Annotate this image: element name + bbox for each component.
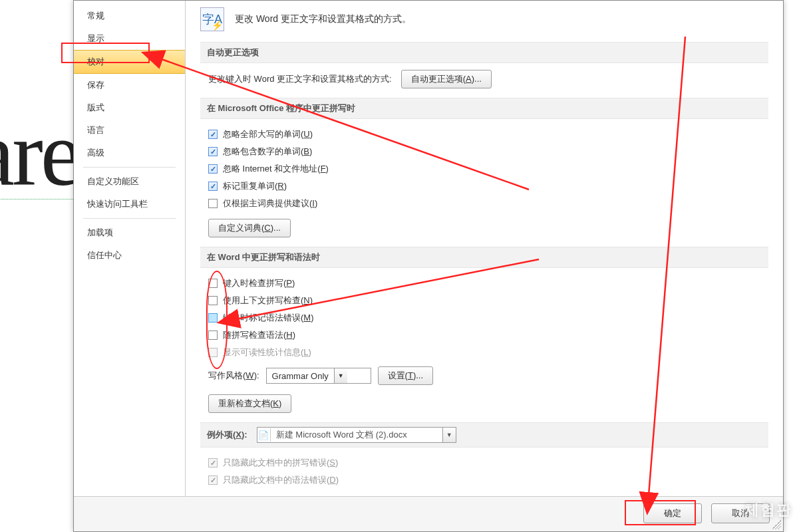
- sidebar-separator: [83, 167, 176, 168]
- page-description: 更改 Word 更正文字和设置其格式的方式。: [235, 13, 411, 25]
- sidebar-item-trust-center[interactable]: 信任中心: [74, 244, 185, 267]
- dialog-footer: 确定 取消: [74, 496, 783, 531]
- exceptions-label: 例外项(X):: [207, 429, 247, 441]
- chk-main-dict-only[interactable]: [208, 199, 218, 208]
- chk-ignore-uppercase[interactable]: [208, 130, 218, 139]
- watermark: 체험판: [744, 500, 792, 520]
- sidebar-item-general[interactable]: 常规: [74, 5, 185, 27]
- chevron-down-icon[interactable]: ▼: [334, 368, 347, 383]
- options-dialog: 常规 显示 校对 保存 版式 语言 高级 自定义功能区 快速访问工具栏 加载项 …: [73, 0, 784, 532]
- chk-label: 随拼写检查语法(H): [223, 329, 295, 341]
- section-word-spell-title: 在 Word 中更正拼写和语法时: [200, 247, 768, 268]
- chk-label: 忽略全部大写的单词(U): [223, 128, 313, 140]
- sidebar-item-layout[interactable]: 版式: [74, 96, 185, 119]
- chk-label: 只隐藏此文档中的拼写错误(S): [223, 457, 338, 469]
- chk-label: 使用上下文拼写检查(N): [223, 295, 313, 307]
- exceptions-doc-select[interactable]: 📄 新建 Microsoft Word 文档 (2).docx ▼: [257, 427, 456, 443]
- recheck-document-button[interactable]: 重新检查文档(K): [208, 394, 291, 413]
- chk-label: 标记重复单词(R): [223, 180, 287, 192]
- sidebar-separator: [83, 218, 176, 219]
- custom-dictionaries-button[interactable]: 自定义词典(C)...: [208, 219, 291, 237]
- word-doc-icon: 📄: [257, 428, 271, 442]
- section-autocorrect-title: 自动更正选项: [200, 42, 768, 63]
- sidebar-item-display[interactable]: 显示: [74, 27, 185, 50]
- chk-label: 忽略 Internet 和文件地址(F): [223, 163, 329, 175]
- proofing-icon: 字A⚡: [200, 7, 224, 31]
- chk-label: 键入时检查拼写(P): [223, 277, 295, 289]
- resize-grip[interactable]: [772, 520, 781, 529]
- chk-hide-grammar-doc: [208, 475, 218, 485]
- section-office-spell-title: 在 Microsoft Office 程序中更正拼写时: [200, 98, 768, 119]
- writing-style-select[interactable]: Grammar Only ▼: [266, 368, 371, 384]
- grammar-settings-button[interactable]: 设置(T)...: [378, 366, 433, 385]
- chk-contextual-spelling[interactable]: [208, 296, 218, 305]
- chk-label: 只隐藏此文档中的语法错误(D): [223, 474, 339, 486]
- chk-ignore-internet[interactable]: [208, 164, 218, 174]
- sidebar-item-language[interactable]: 语言: [74, 119, 185, 142]
- chk-label: 忽略包含数字的单词(B): [223, 146, 312, 158]
- chk-readability-stats: [208, 348, 218, 357]
- sidebar: 常规 显示 校对 保存 版式 语言 高级 自定义功能区 快速访问工具栏 加载项 …: [74, 1, 186, 496]
- section-exceptions: 例外项(X): 📄 新建 Microsoft Word 文档 (2).docx …: [200, 422, 768, 448]
- chk-label: 显示可读性统计信息(L): [223, 346, 311, 358]
- chk-grammar-with-spelling[interactable]: [208, 331, 218, 340]
- chk-flag-repeated[interactable]: [208, 182, 218, 191]
- sidebar-item-proofing[interactable]: 校对: [74, 50, 185, 74]
- writing-style-label: 写作风格(W):: [208, 370, 259, 382]
- ok-button[interactable]: 确定: [643, 503, 702, 523]
- sidebar-item-qat[interactable]: 快速访问工具栏: [74, 193, 185, 215]
- chk-label: 键入时标记语法错误(M): [223, 312, 314, 324]
- sidebar-item-advanced[interactable]: 高级: [74, 142, 185, 164]
- sidebar-item-customize-ribbon[interactable]: 自定义功能区: [74, 170, 185, 193]
- autocorrect-row-label: 更改键入时 Word 更正文字和设置其格式的方式:: [208, 73, 392, 85]
- autocorrect-options-button[interactable]: 自动更正选项(A)...: [401, 70, 492, 88]
- chk-mark-grammar-type[interactable]: [208, 313, 218, 323]
- chk-hide-spelling-doc: [208, 458, 218, 467]
- chevron-down-icon[interactable]: ▼: [442, 428, 456, 442]
- chk-ignore-numbers[interactable]: [208, 147, 218, 156]
- sidebar-item-addins[interactable]: 加载项: [74, 221, 185, 244]
- sidebar-item-save[interactable]: 保存: [74, 74, 185, 96]
- chk-label: 仅根据主词典提供建议(I): [223, 198, 317, 209]
- content-panel: 字A⚡ 更改 Word 更正文字和设置其格式的方式。 自动更正选项 更改键入时 …: [186, 1, 783, 496]
- chk-check-spelling-type[interactable]: [208, 279, 218, 288]
